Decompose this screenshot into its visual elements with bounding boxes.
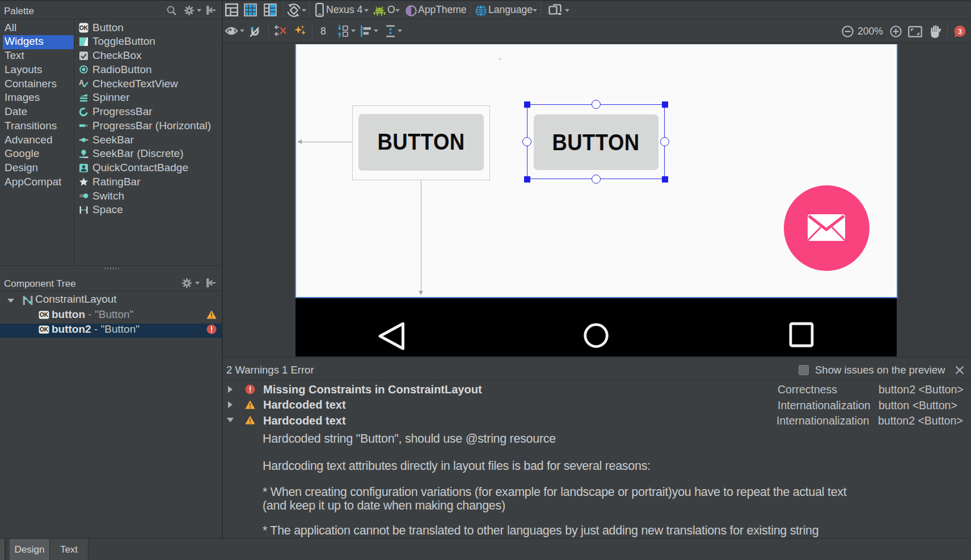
svg-text:OK: OK <box>79 25 88 31</box>
svg-text:OK: OK <box>40 326 49 333</box>
svg-text:3: 3 <box>958 27 962 36</box>
svg-text:OK: OK <box>40 312 49 318</box>
